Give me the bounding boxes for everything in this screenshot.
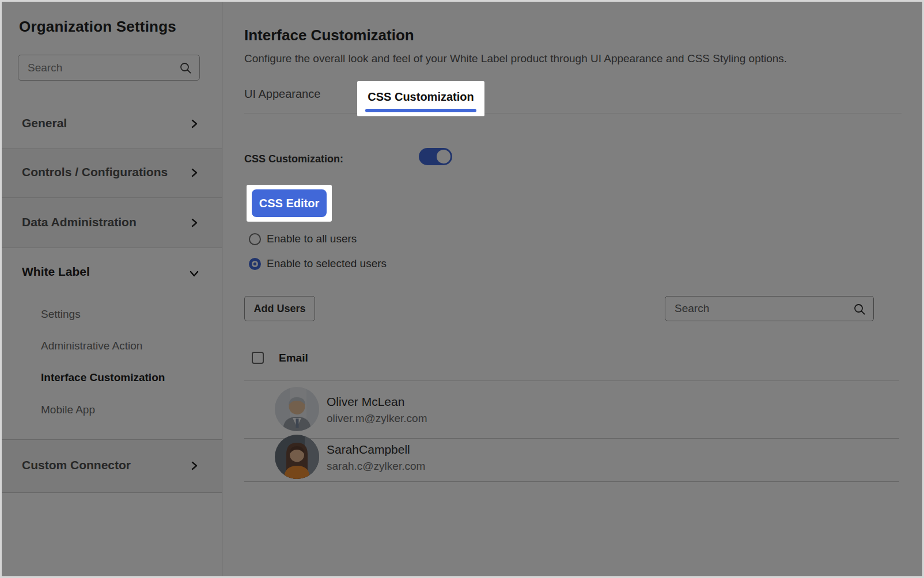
tab-label: CSS Customization	[368, 90, 474, 104]
active-tab-underline	[365, 109, 476, 112]
css-editor-button[interactable]: CSS Editor	[252, 189, 327, 217]
css-editor-highlight: CSS Editor	[247, 185, 332, 222]
screenshot-frame: Organization Settings General Controls /…	[0, 0, 924, 578]
tab-css-customization[interactable]: CSS Customization	[357, 81, 484, 116]
